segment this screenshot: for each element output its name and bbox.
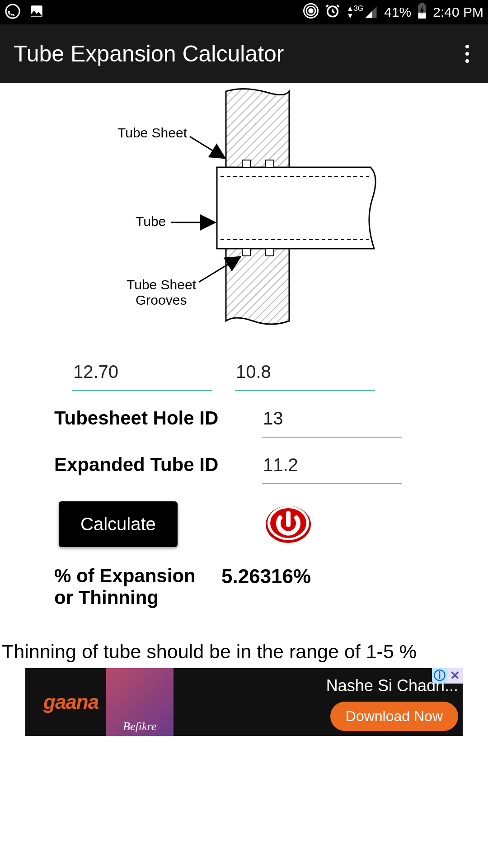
clock-time: 2:40 PM bbox=[433, 5, 483, 20]
value-1-input[interactable] bbox=[72, 357, 212, 391]
app-bar: Tube Expansion Calculator bbox=[0, 24, 488, 83]
svg-rect-12 bbox=[266, 160, 274, 167]
battery-percent: 41% bbox=[384, 5, 411, 20]
value-2-input[interactable] bbox=[235, 357, 375, 391]
image-icon bbox=[29, 4, 44, 21]
battery-icon bbox=[418, 3, 427, 22]
result-value: 5.26316% bbox=[221, 565, 311, 588]
page-title: Tube Expansion Calculator bbox=[14, 41, 460, 67]
ad-info-icon[interactable]: ⓘ bbox=[432, 668, 447, 684]
diagram-label-grooves: Tube Sheet Grooves bbox=[127, 277, 200, 307]
ad-thumbnail: Befikre bbox=[106, 668, 174, 736]
svg-rect-11 bbox=[242, 160, 250, 167]
hole-id-label: Tubesheet Hole ID bbox=[54, 407, 262, 429]
hotspot-icon bbox=[303, 3, 319, 22]
ad-brand: gaana bbox=[43, 691, 99, 713]
svg-point-2 bbox=[309, 9, 313, 13]
ad-close-icon[interactable]: ✕ bbox=[447, 668, 463, 684]
whatsapp-icon bbox=[5, 3, 21, 21]
ad-thumb-caption: Befikre bbox=[123, 720, 156, 733]
diagram-label-sheet: Tube Sheet bbox=[117, 125, 188, 140]
thinning-note: Thinning of tube should be in the range … bbox=[0, 641, 488, 663]
expanded-id-input[interactable] bbox=[262, 450, 402, 484]
status-bar: ▲3G▼ 41% 2:40 PM bbox=[0, 0, 488, 24]
power-icon[interactable] bbox=[263, 505, 313, 544]
svg-rect-14 bbox=[266, 249, 274, 256]
svg-rect-8 bbox=[420, 3, 424, 5]
ad-banner[interactable]: gaana Befikre Nashe Si Chadh... Download… bbox=[25, 668, 463, 736]
network-icon: ▲3G▼ bbox=[347, 5, 378, 19]
expanded-id-label: Expanded Tube ID bbox=[54, 454, 262, 476]
ad-download-button[interactable]: Download Now bbox=[330, 702, 458, 731]
svg-rect-13 bbox=[242, 249, 250, 256]
tube-diagram: Tube Sheet Tube Tube Sheet Grooves bbox=[0, 83, 488, 344]
diagram-label-tube: Tube bbox=[136, 214, 166, 229]
svg-line-15 bbox=[190, 137, 225, 158]
hole-id-input[interactable] bbox=[262, 404, 402, 438]
alarm-icon bbox=[325, 3, 340, 22]
more-menu-button[interactable] bbox=[460, 39, 474, 68]
result-label: % of Expansion or Thinning bbox=[54, 565, 212, 609]
calculate-button[interactable]: Calculate bbox=[59, 501, 178, 547]
